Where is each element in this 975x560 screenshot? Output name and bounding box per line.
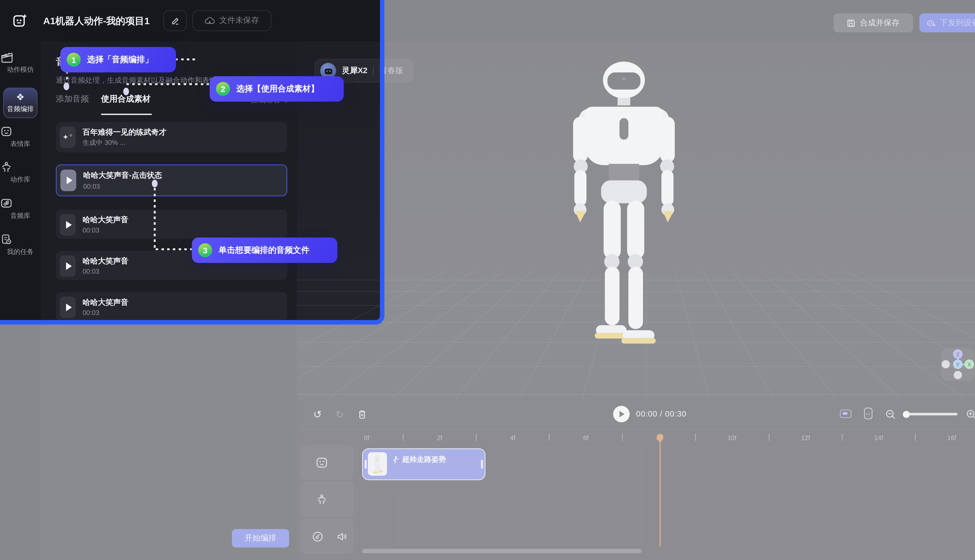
tutorial-connector-3 bbox=[154, 188, 156, 249]
tutorial-step-3: 3 单击想要编排的音频文件 bbox=[192, 238, 337, 263]
step-text: 单击想要编排的音频文件 bbox=[219, 245, 309, 256]
tutorial-spotlight-border bbox=[0, 0, 384, 325]
app-window: A1机器人动作-我的项目1 文件未保存 合成并保存 下发到设备 动作模仿 ❖ 音… bbox=[0, 0, 975, 560]
step-number-badge: 1 bbox=[67, 53, 81, 67]
step-number-badge: 2 bbox=[216, 82, 230, 96]
tutorial-connector-2 bbox=[126, 83, 210, 85]
tutorial-step-1: 1 选择「音频编排」 bbox=[60, 47, 176, 72]
screenshot-root: A1机器人动作-我的项目1 文件未保存 合成并保存 下发到设备 动作模仿 ❖ 音… bbox=[0, 0, 975, 560]
step-number-badge: 3 bbox=[198, 243, 212, 257]
tutorial-dim-overlay bbox=[0, 320, 381, 560]
tutorial-connector-dot bbox=[152, 180, 157, 187]
tutorial-connector-3 bbox=[155, 248, 192, 250]
step-text: 选择「音频编排」 bbox=[87, 54, 153, 65]
tutorial-dim-overlay bbox=[381, 0, 975, 560]
step-text: 选择【使用合成素材】 bbox=[236, 83, 319, 95]
tutorial-connector-dot bbox=[123, 88, 129, 95]
tutorial-connector-dot bbox=[63, 83, 69, 90]
tutorial-step-2: 2 选择【使用合成素材】 bbox=[210, 76, 344, 102]
